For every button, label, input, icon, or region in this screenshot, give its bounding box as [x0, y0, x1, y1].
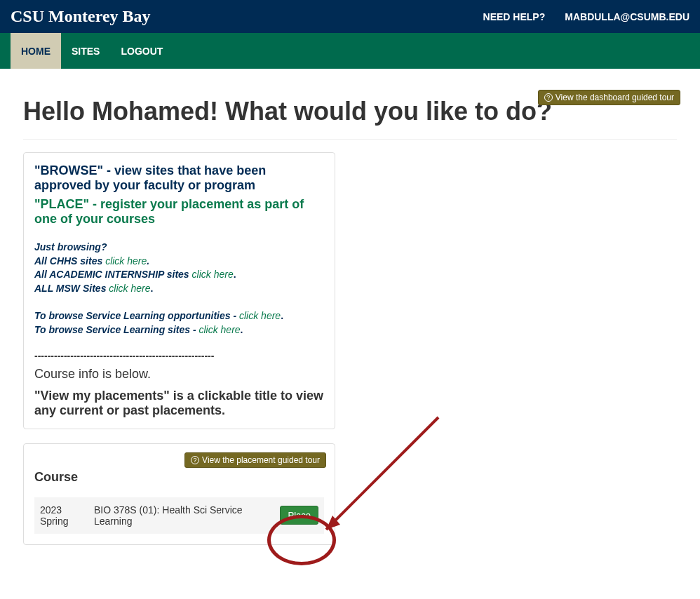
nav-logout[interactable]: LOGOUT: [110, 33, 173, 69]
placement-tour-label: View the placement guided tour: [202, 455, 320, 465]
course-name: BIO 378S (01): Health Sci Service Learni…: [94, 504, 271, 527]
sl-sites-period: .: [241, 324, 243, 335]
internship-line: All ACADEMIC INTERNSHIP sites click here…: [34, 268, 324, 282]
chhs-period: .: [147, 255, 149, 267]
browse-heading: "BROWSE" - view sites that have been app…: [34, 163, 324, 193]
browse-keyword: "BROWSE": [34, 163, 103, 177]
main-nav: HOME SITES LOGOUT: [0, 33, 700, 69]
brand-logo[interactable]: CSU Monterey Bay: [11, 7, 151, 26]
place-heading: "PLACE" - register your placement as par…: [34, 197, 324, 227]
browsing-block: Just browsing? All CHHS sites click here…: [34, 241, 324, 295]
sl-sites-click-here-link[interactable]: click here: [198, 324, 240, 335]
course-term: 2023 Spring: [40, 504, 86, 527]
sl-opp-period: .: [281, 310, 283, 321]
msw-click-here-link[interactable]: click here: [109, 283, 150, 294]
topbar: CSU Monterey Bay NEED HELP? MABDULLA@CSU…: [0, 0, 700, 33]
user-email-link[interactable]: MABDULLA@CSUMB.EDU: [565, 11, 689, 22]
course-info-line: Course info is below.: [34, 367, 324, 382]
just-browsing-text: Just browsing?: [34, 241, 324, 255]
intern-pre: All ACADEMIC INTERNSHIP sites: [34, 269, 192, 280]
dash-separator: ----------------------------------------…: [34, 350, 324, 361]
question-icon: ?: [191, 456, 199, 464]
chhs-line: All CHHS sites click here.: [34, 255, 324, 269]
msw-period: .: [150, 283, 153, 294]
nav-home[interactable]: HOME: [11, 33, 61, 69]
msw-line: ALL MSW Sites click here.: [34, 282, 324, 296]
placement-tour-button[interactable]: ? View the placement guided tour: [184, 452, 326, 468]
sl-sites-line: To browse Service Learning sites - click…: [34, 323, 324, 337]
main-content: ? View the dashboard guided tour Hello M…: [0, 69, 700, 566]
place-keyword: "PLACE": [34, 197, 89, 211]
dashboard-tour-button[interactable]: ? View the dashboard guided tour: [538, 90, 680, 105]
sl-opp-line: To browse Service Learning opportunities…: [34, 309, 324, 323]
course-section-title: Course: [34, 470, 324, 485]
nav-sites[interactable]: SITES: [61, 33, 110, 69]
msw-pre: ALL MSW Sites: [34, 283, 109, 294]
course-row: 2023 Spring BIO 378S (01): Health Sci Se…: [34, 497, 324, 534]
chhs-pre: All CHHS sites: [34, 255, 105, 267]
dashboard-tour-label: View the dashboard guided tour: [556, 93, 674, 102]
divider: [23, 139, 677, 140]
need-help-link[interactable]: NEED HELP?: [483, 11, 546, 22]
sl-sites-pre: To browse Service Learning sites -: [34, 324, 198, 335]
sl-opp-click-here-link[interactable]: click here: [239, 310, 281, 321]
placements-hint: "View my placements" is a clickable titl…: [34, 389, 324, 418]
place-button[interactable]: Place: [280, 506, 318, 525]
intern-period: .: [234, 269, 236, 280]
chhs-click-here-link[interactable]: click here: [105, 255, 147, 267]
info-panel: "BROWSE" - view sites that have been app…: [23, 152, 335, 429]
sl-opp-pre: To browse Service Learning opportunities…: [34, 310, 239, 321]
sl-block: To browse Service Learning opportunities…: [34, 309, 324, 337]
intern-click-here-link[interactable]: click here: [192, 269, 234, 280]
topbar-right: NEED HELP? MABDULLA@CSUMB.EDU: [483, 11, 689, 22]
course-panel: ? View the placement guided tour Course …: [23, 443, 335, 545]
question-icon: ?: [544, 93, 553, 102]
